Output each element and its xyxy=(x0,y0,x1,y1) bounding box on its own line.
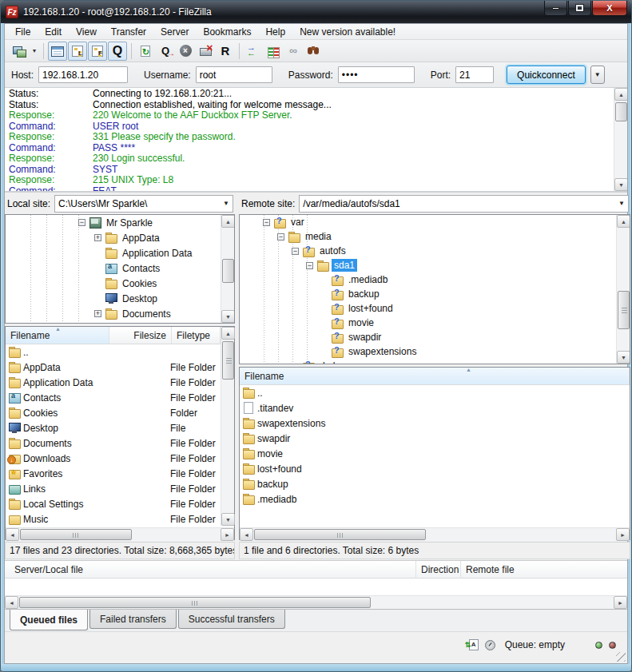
synchronized-browsing-button[interactable]: ∞ xyxy=(284,42,303,61)
tree-expander[interactable]: − xyxy=(263,219,270,226)
tree-expander[interactable]: − xyxy=(292,248,299,255)
toggle-remote-tree-button[interactable] xyxy=(88,42,107,61)
maximize-button[interactable] xyxy=(568,1,591,16)
scroll-up-button[interactable]: ▲ xyxy=(221,215,235,228)
column-header-filesize[interactable]: Filesize xyxy=(109,327,172,344)
scroll-left-button[interactable]: ◄ xyxy=(5,596,18,609)
menu-item[interactable]: Edit xyxy=(38,25,69,39)
disconnect-button[interactable] xyxy=(196,42,215,61)
scroll-down-button[interactable]: ▼ xyxy=(617,351,630,364)
queue-hscroll-thumb[interactable] xyxy=(19,597,371,608)
tree-item[interactable]: movie xyxy=(240,316,630,330)
scroll-down-button[interactable]: ▼ xyxy=(221,310,235,323)
file-row[interactable]: Links File Folder xyxy=(6,481,221,496)
file-row[interactable]: swapextensions xyxy=(240,416,630,431)
tab-queued-files[interactable]: Queued files xyxy=(10,610,88,630)
remote-tree-scrollbar[interactable]: ▲ ▼ xyxy=(616,215,630,364)
tree-item[interactable]: + AppData xyxy=(6,230,234,245)
scroll-left-button[interactable]: ◄ xyxy=(240,528,253,541)
local-list-hscroll-thumb[interactable] xyxy=(20,529,132,540)
menu-item[interactable]: New version available! xyxy=(292,25,403,39)
menu-item[interactable]: View xyxy=(69,25,104,39)
tree-item[interactable]: + Downloads xyxy=(6,321,234,323)
tree-item[interactable]: Cookies xyxy=(6,276,234,291)
scroll-down-button[interactable]: ▼ xyxy=(221,513,235,526)
file-row[interactable]: Documents File Folder xyxy=(6,435,221,451)
local-site-combo[interactable]: C:\Users\Mr Sparkle\ ▼ xyxy=(54,195,233,213)
transfer-type-icon[interactable] xyxy=(469,639,479,650)
quickconnect-dropdown[interactable]: ▼ xyxy=(590,66,605,84)
remote-tree-scroll-thumb[interactable] xyxy=(618,291,630,329)
scroll-down-button[interactable]: ▼ xyxy=(614,178,627,191)
local-list-scrollbar[interactable]: ▲ ▼ xyxy=(221,327,234,526)
close-button[interactable]: X xyxy=(592,1,627,16)
scroll-right-button[interactable]: ► xyxy=(616,528,630,541)
log-scrollbar[interactable]: ▲ ▼ xyxy=(614,88,627,191)
local-list-hscrollbar[interactable]: ◄ ► xyxy=(6,527,234,541)
port-input[interactable] xyxy=(455,66,494,83)
menu-item[interactable]: Bookmarks xyxy=(196,25,258,39)
username-input[interactable] xyxy=(196,66,272,83)
cancel-button[interactable]: × xyxy=(176,42,195,61)
tree-item[interactable]: Application Data xyxy=(6,245,234,260)
file-row[interactable]: AppData File Folder xyxy=(6,360,221,375)
remote-list-hscroll-thumb[interactable] xyxy=(254,529,426,540)
queue-hscrollbar[interactable]: ◄ ► xyxy=(5,595,627,609)
log-scroll-thumb[interactable] xyxy=(615,102,627,121)
local-tree-scrollbar[interactable]: ▲ ▼ xyxy=(221,215,234,323)
resize-grip[interactable] xyxy=(616,652,626,662)
speedometer-icon[interactable] xyxy=(485,640,495,650)
file-row[interactable]: .. xyxy=(6,344,221,360)
file-row[interactable]: Local Settings File Folder xyxy=(6,496,221,511)
synchronize-button[interactable] xyxy=(244,42,263,61)
tree-expander[interactable]: − xyxy=(78,219,85,226)
tree-item[interactable]: swapdir xyxy=(240,330,630,344)
column-header-filetype[interactable]: Filetype xyxy=(172,327,221,344)
find-files-button[interactable] xyxy=(304,42,323,61)
tab-failed-transfers[interactable]: Failed transfers xyxy=(89,610,177,629)
file-row[interactable]: Contacts File Folder xyxy=(6,390,221,405)
host-input[interactable] xyxy=(38,66,128,83)
tree-expander[interactable]: + xyxy=(94,234,101,241)
tree-item[interactable]: swapextensions xyxy=(240,344,630,359)
column-header-direction[interactable]: Direction xyxy=(415,561,460,579)
tree-item[interactable]: Contacts xyxy=(6,260,234,276)
local-list-scroll-thumb[interactable] xyxy=(222,341,234,380)
file-row[interactable]: .. xyxy=(240,385,630,400)
scroll-up-button[interactable]: ▲ xyxy=(614,88,627,101)
scroll-right-button[interactable]: ► xyxy=(221,528,234,541)
directory-comparison-button[interactable] xyxy=(264,42,283,61)
file-row[interactable]: Music File Folder xyxy=(6,511,221,527)
scroll-right-button[interactable]: ► xyxy=(614,596,627,609)
tree-item[interactable]: − autofs xyxy=(240,244,630,258)
tree-item[interactable]: backup xyxy=(240,287,630,301)
tree-expander[interactable]: − xyxy=(277,233,284,241)
toggle-message-log-button[interactable] xyxy=(48,42,67,61)
tree-item[interactable]: lost+found xyxy=(240,301,630,316)
file-row[interactable]: swapdir xyxy=(240,431,630,446)
refresh-button[interactable] xyxy=(136,42,155,61)
file-row[interactable]: movie xyxy=(240,446,630,461)
site-manager-dropdown[interactable]: ▾ xyxy=(30,42,39,61)
tree-item[interactable]: dvd xyxy=(240,359,630,364)
file-row[interactable]: .mediadb xyxy=(240,491,630,507)
tree-item[interactable]: − Mr Sparkle xyxy=(6,215,234,230)
file-row[interactable]: lost+found xyxy=(240,461,630,476)
tree-item[interactable]: + Documents xyxy=(6,306,234,321)
file-row[interactable]: Desktop File xyxy=(6,420,221,435)
tree-item[interactable]: − sda1 xyxy=(240,258,630,272)
tree-item[interactable]: − var xyxy=(240,215,630,229)
toggle-queue-button[interactable]: Q xyxy=(108,42,127,61)
password-input[interactable] xyxy=(338,66,415,83)
tree-item[interactable]: Desktop xyxy=(6,291,234,306)
column-header-local-file[interactable]: Server/Local file xyxy=(5,561,415,579)
file-row[interactable]: Downloads File Folder xyxy=(6,451,221,466)
tree-item[interactable]: − media xyxy=(240,229,630,244)
site-manager-button[interactable] xyxy=(10,42,29,61)
menu-item[interactable]: Help xyxy=(258,25,292,39)
remote-site-combo[interactable]: /var/media/autofs/sda1 ▼ xyxy=(299,195,629,213)
tree-item[interactable]: .mediadb xyxy=(240,272,630,287)
file-row[interactable]: .titandev xyxy=(240,400,630,416)
process-queue-button[interactable]: Q xyxy=(156,42,175,61)
tree-expander[interactable]: + xyxy=(94,310,101,317)
